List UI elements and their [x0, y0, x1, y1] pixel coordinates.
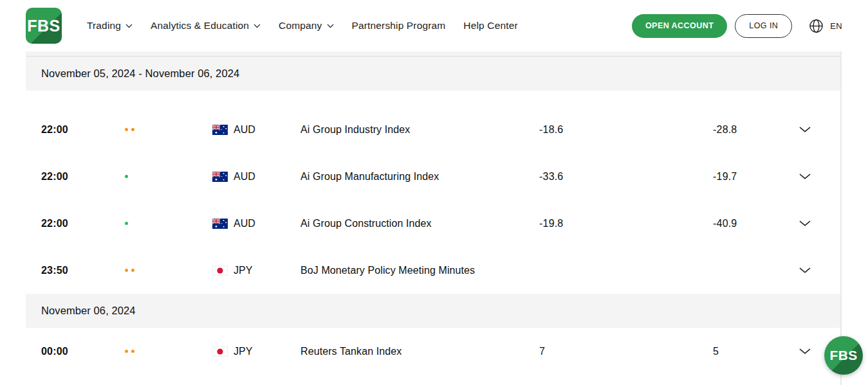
economic-calendar-table: November 05, 2024 - November 06, 2024 22…: [26, 51, 842, 385]
expand-row-button[interactable]: [785, 127, 825, 132]
chevron-down-icon: [799, 220, 811, 226]
impact-dot: [131, 350, 134, 353]
login-button[interactable]: LOG IN: [735, 14, 792, 38]
chevron-down-icon: [254, 24, 261, 28]
calendar-row[interactable]: 22:00 AUD Ai Group Manufacturing Index -…: [26, 153, 840, 200]
actual-value: -33.6: [539, 171, 713, 183]
event-time: 00:00: [41, 346, 106, 357]
australia-flag-icon: [212, 125, 228, 135]
event-name: Ai Group Industry Index: [300, 124, 539, 136]
event-name: Ai Group Construction Index: [300, 218, 539, 229]
globe-icon: [809, 19, 824, 33]
event-name: BoJ Monetary Policy Meeting Minutes: [300, 265, 539, 276]
date-header: November 06, 2024: [26, 294, 840, 328]
expand-row-button[interactable]: [785, 220, 825, 226]
event-time: 22:00: [41, 218, 106, 229]
impact-dot: [131, 269, 134, 272]
impact-dot: [125, 175, 128, 178]
calendar-row[interactable]: 22:00 AUD Ai Group Industry Index -18.6 …: [26, 106, 840, 153]
event-name: Reuters Tankan Index: [300, 346, 539, 357]
chevron-down-icon: [327, 24, 334, 28]
currency-code: AUD: [234, 218, 255, 229]
nav-item-label: Company: [279, 20, 322, 31]
currency-cell: AUD: [212, 171, 300, 183]
chevron-down-icon: [799, 267, 811, 273]
expand-row-button[interactable]: [785, 267, 825, 273]
nav-item-trading[interactable]: Trading: [87, 20, 133, 31]
impact-indicator: [106, 128, 212, 131]
impact-dot: [125, 128, 128, 131]
australia-flag-icon: [212, 219, 228, 229]
open-account-button[interactable]: OPEN ACCOUNT: [632, 14, 727, 38]
rows-spacer: [26, 91, 840, 106]
topbar-actions: OPEN ACCOUNT LOG IN EN: [632, 14, 842, 38]
calendar-row[interactable]: 22:00 AUD Ai Group Construction Index -1…: [26, 200, 840, 247]
impact-dot: [131, 128, 134, 131]
fbs-floating-logo-text: FBS: [830, 348, 858, 363]
previous-value: -28.8: [713, 124, 785, 136]
currency-cell: AUD: [212, 218, 300, 229]
impact-dot: [125, 350, 128, 353]
previous-value: -19.7: [713, 171, 785, 183]
fbs-floating-logo[interactable]: FBS: [824, 336, 863, 375]
language-selector[interactable]: EN: [809, 19, 842, 33]
date-range-label: November 05, 2024 - November 06, 2024: [41, 67, 239, 80]
currency-cell: AUD: [212, 124, 300, 136]
nav-item-label: Help Center: [463, 20, 517, 31]
nav-item-partnership-program[interactable]: Partnership Program: [352, 20, 446, 31]
event-time: 22:00: [41, 171, 106, 183]
currency-cell: JPY: [212, 265, 300, 276]
currency-cell: JPY: [212, 346, 300, 357]
chevron-down-icon: [799, 348, 811, 354]
previous-value: 5: [713, 346, 785, 357]
currency-code: JPY: [234, 346, 252, 357]
actual-value: 7: [539, 346, 713, 357]
expand-row-button[interactable]: [785, 348, 825, 354]
currency-code: AUD: [234, 124, 255, 136]
previous-value: -40.9: [713, 218, 785, 229]
fbs-logo-text: FBS: [27, 17, 60, 35]
impact-indicator: [106, 350, 212, 353]
australia-flag-icon: [212, 172, 228, 182]
nav-item-help-center[interactable]: Help Center: [463, 20, 517, 31]
fbs-logo[interactable]: FBS: [26, 8, 62, 44]
impact-indicator: [106, 269, 212, 272]
actual-value: -19.8: [539, 218, 713, 229]
chevron-down-icon: [799, 174, 811, 179]
nav-item-company[interactable]: Company: [279, 20, 333, 31]
nav-item-label: Trading: [87, 20, 121, 31]
nav-item-label: Partnership Program: [352, 20, 446, 31]
event-time: 23:50: [41, 265, 106, 276]
nav-item-analytics-education[interactable]: Analytics & Education: [151, 20, 261, 31]
chevron-down-icon: [125, 24, 133, 28]
date-label: November 06, 2024: [41, 305, 136, 317]
expand-row-button[interactable]: [785, 174, 825, 179]
currency-code: AUD: [234, 171, 255, 183]
japan-flag-icon: [212, 346, 228, 357]
impact-indicator: [106, 222, 212, 225]
event-name: Ai Group Manufacturing Index: [300, 171, 539, 183]
top-navigation-bar: FBS Trading Analytics & Education Compan…: [0, 0, 868, 51]
impact-dot: [125, 222, 128, 225]
japan-flag-icon: [212, 265, 228, 276]
main-nav: Trading Analytics & Education Company Pa…: [87, 20, 518, 31]
actual-value: -18.6: [539, 124, 713, 136]
chevron-down-icon: [799, 127, 811, 132]
currency-code: JPY: [234, 265, 252, 276]
calendar-row[interactable]: 23:50 JPY BoJ Monetary Policy Meeting Mi…: [26, 247, 840, 294]
calendar-row[interactable]: 00:00 JPY Reuters Tankan Index 7 5: [26, 328, 840, 375]
language-code: EN: [830, 21, 842, 31]
impact-dot: [125, 269, 128, 272]
nav-item-label: Analytics & Education: [151, 20, 249, 31]
event-time: 22:00: [41, 124, 106, 136]
table-top-strip: [26, 51, 840, 57]
date-range-header: November 05, 2024 - November 06, 2024: [26, 57, 840, 91]
impact-indicator: [106, 175, 212, 178]
